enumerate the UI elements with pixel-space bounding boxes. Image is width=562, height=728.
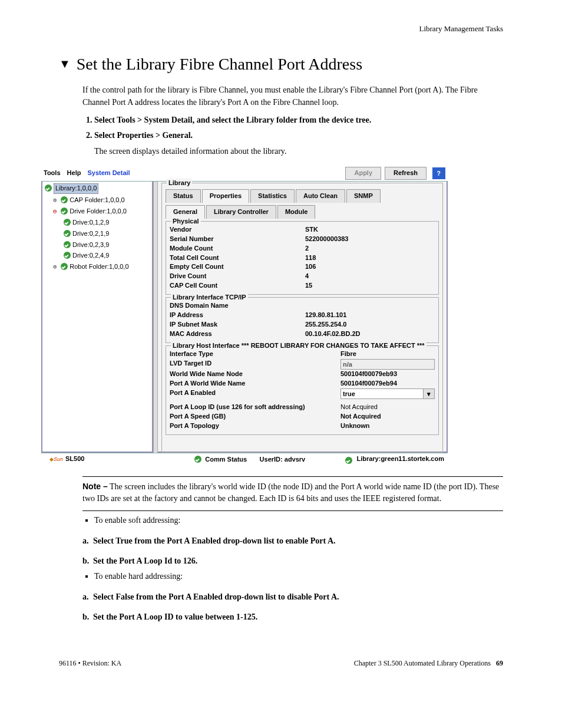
empty-cell-value: 106	[305, 262, 435, 272]
module-count-label: Module Count	[170, 244, 305, 253]
port-a-topology-value: Unknown	[340, 421, 435, 431]
comm-status: Comm Status	[205, 456, 247, 463]
soft-addressing-intro: To enable soft addressing:	[94, 515, 503, 526]
dns-value	[305, 301, 435, 311]
product-label: SL500	[65, 454, 84, 464]
step-1: Select Tools > System Detail, and select…	[94, 114, 503, 126]
tab-statistics[interactable]: Statistics	[250, 189, 295, 203]
port-a-wwn-value: 500104f00079eb94	[340, 379, 435, 388]
ok-icon	[64, 219, 71, 226]
physical-group: Physical VendorSTK Serial Number52200000…	[166, 221, 439, 295]
mac-value: 00.10.4F.02.BD.2D	[305, 330, 435, 339]
sun-logo-icon: ◆Sun	[49, 456, 63, 463]
down-triangle-icon: ▼	[59, 55, 71, 73]
lvd-field: n/a	[340, 359, 435, 370]
ok-icon	[61, 207, 68, 215]
user-id: UserID: advsrv	[260, 456, 306, 463]
soft-step-b: b.Set the Port A Loop Id to 126.	[82, 555, 503, 567]
lvd-label: LVD Target ID	[170, 359, 340, 370]
help-button[interactable]: ?	[432, 167, 445, 179]
tree-drive[interactable]: Drive:0,2,4,9	[45, 250, 152, 261]
footer-right: Chapter 3 SL500 Automated Library Operat…	[354, 658, 503, 668]
tabs-row-2: General Library Controller Module	[166, 205, 439, 219]
port-a-wwn-label: Port A World Wide Name	[170, 379, 340, 388]
mac-label: MAC Address	[170, 330, 305, 339]
status-bar: ◆Sun SL500 Comm Status UserID: advsrv Li…	[41, 453, 448, 466]
tab-module[interactable]: Module	[277, 205, 316, 219]
host-legend: Library Host Interface *** REBOOT LIBRAR…	[171, 341, 427, 351]
total-cell-value: 118	[305, 253, 435, 263]
chevron-down-icon: ▾	[423, 389, 434, 398]
ip-label: IP Address	[170, 311, 305, 320]
ok-icon	[194, 456, 201, 463]
drive-count-label: Drive Count	[170, 272, 305, 281]
ok-icon	[64, 252, 71, 259]
note-text: The screen includes the library's world …	[82, 482, 499, 503]
empty-cell-label: Empty Cell Count	[170, 262, 305, 272]
tree-cap-folder[interactable]: ⊕ CAP Folder:1,0,0,0	[45, 195, 152, 206]
hard-step-a: a.Select False from the Port A Enabled d…	[82, 591, 503, 603]
ok-icon	[64, 241, 71, 248]
mask-label: IP Subnet Mask	[170, 320, 305, 330]
port-a-topology-label: Port A Topology	[170, 421, 340, 431]
step-2-desc: The screen displays detailed information…	[94, 146, 503, 157]
port-a-enabled-label: Port A Enabled	[170, 388, 340, 399]
tab-snmp[interactable]: SNMP	[346, 189, 381, 203]
note-block: Note – The screen includes the library's…	[82, 480, 503, 505]
tree-robot-folder[interactable]: ⊕ Robot Folder:1,0,0,0	[45, 261, 152, 272]
menu-tools[interactable]: Tools	[44, 169, 61, 176]
tree-drive[interactable]: Drive:0,2,3,9	[45, 239, 152, 251]
ok-icon	[345, 457, 352, 464]
ok-icon	[61, 263, 68, 270]
tcpip-legend: Library Interface TCP/IP	[171, 293, 248, 302]
section-title: ▼Set the Library Fibre Channel Port Addr…	[59, 52, 503, 77]
splitter[interactable]	[153, 182, 158, 453]
mask-value: 255.255.254.0	[305, 320, 435, 330]
ip-value: 129.80.81.101	[305, 311, 435, 320]
apply-button[interactable]: Apply	[345, 167, 381, 180]
wwnn-value: 500104f00079eb93	[340, 370, 435, 379]
ok-icon	[61, 196, 68, 203]
library-host: Library:green11.stortek.com	[356, 454, 444, 464]
tab-library-controller[interactable]: Library Controller	[206, 205, 276, 219]
ok-icon	[45, 185, 52, 192]
interface-type-value: Fibre	[340, 350, 435, 359]
footer-left: 96116 • Revision: KA	[59, 658, 121, 668]
tree-drive[interactable]: Drive:0,2,1,9	[45, 228, 152, 239]
note-label: Note –	[82, 482, 108, 491]
total-cell-label: Total Cell Count	[170, 253, 305, 263]
menu-system-detail[interactable]: System Detail	[87, 169, 130, 176]
tree-library[interactable]: Library:1,0,0,0	[45, 183, 152, 195]
refresh-button[interactable]: Refresh	[385, 167, 427, 180]
menu-help[interactable]: Help	[67, 169, 81, 176]
wwnn-label: World Wide Name Node	[170, 370, 340, 379]
ok-icon	[64, 230, 71, 237]
port-a-speed-value: Not Acquired	[340, 412, 435, 421]
tree-drive-folder[interactable]: ⊖ Drive Folder:1,0,0,0	[45, 206, 152, 217]
host-interface-group: Library Host Interface *** REBOOT LIBRAR…	[166, 345, 439, 435]
drive-count-value: 4	[305, 272, 435, 281]
tabs-row-1: Status Properties Statistics Auto Clean …	[166, 189, 439, 203]
soft-step-a: a.Select True from the Port A Enabled dr…	[82, 535, 503, 547]
question-icon: ?	[435, 169, 443, 177]
tab-properties[interactable]: Properties	[202, 189, 249, 203]
tab-autoclean[interactable]: Auto Clean	[296, 189, 345, 203]
tree-drive[interactable]: Drive:0,1,2,9	[45, 217, 152, 228]
interface-type-label: Interface Type	[170, 350, 340, 359]
device-tree[interactable]: Library:1,0,0,0 ⊕ CAP Folder:1,0,0,0 ⊖ D…	[41, 182, 153, 453]
tab-status[interactable]: Status	[166, 189, 201, 203]
dns-label: DNS Domain Name	[170, 301, 305, 311]
serial-label: Serial Number	[170, 235, 305, 244]
module-count-value: 2	[305, 244, 435, 253]
app-screenshot: Tools Help System Detail Apply Refresh ?…	[41, 166, 448, 466]
library-group-label: Library	[167, 179, 192, 188]
port-a-loop-label: Port A Loop ID (use 126 for soft address…	[170, 403, 340, 412]
port-a-speed-label: Port A Speed (GB)	[170, 412, 340, 421]
port-a-loop-value: Not Acquired	[340, 403, 435, 412]
vendor-value: STK	[305, 225, 435, 235]
hard-step-b: b.Set the Port A Loop ID to value betwee…	[82, 611, 503, 623]
tcpip-group: Library Interface TCP/IP DNS Domain Name…	[166, 297, 439, 343]
port-a-enabled-dropdown[interactable]: true▾	[340, 388, 435, 399]
intro-paragraph: If the control path for the library is F…	[82, 84, 503, 108]
page-header: Library Management Tasks	[59, 24, 503, 35]
